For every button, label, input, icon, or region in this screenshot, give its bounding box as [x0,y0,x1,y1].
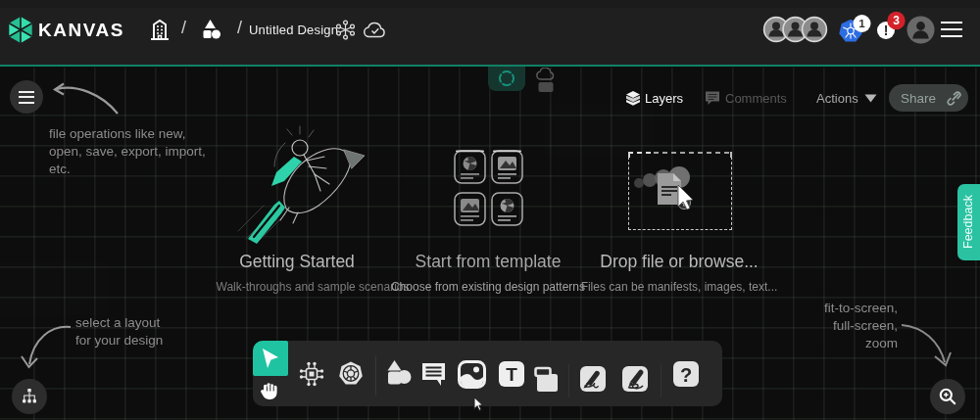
svg-text:!: ! [884,23,889,38]
svg-text:3: 3 [893,14,900,27]
svg-text:1: 1 [858,18,865,29]
svg-text:T: T [506,364,517,385]
svg-text:?: ? [680,364,692,386]
